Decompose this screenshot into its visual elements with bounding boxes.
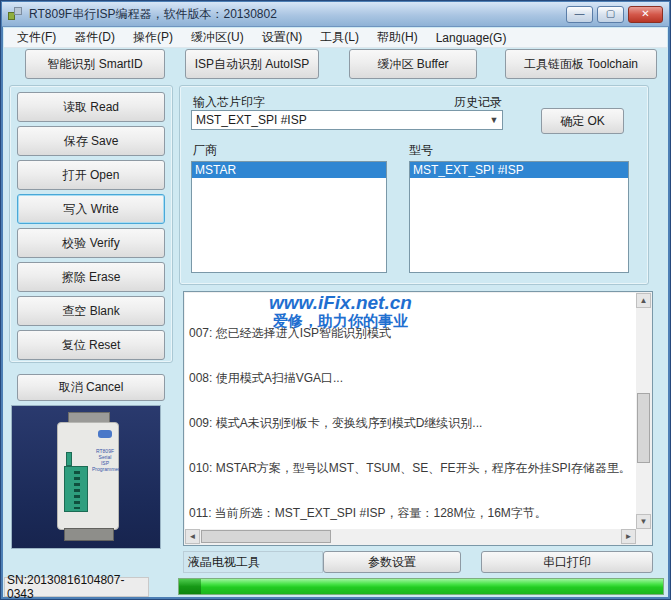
save-button[interactable]: 保存 Save [17,126,165,156]
scroll-left-icon[interactable]: ◄ [185,529,200,544]
app-icon [8,7,23,22]
toolchain-button[interactable]: 工具链面板 Toolchain [505,49,657,79]
open-button[interactable]: 打开 Open [17,160,165,190]
lcd-tv-tools-tab[interactable]: 液晶电视工具 [183,551,323,573]
log-line: 011: 当前所选：MST_EXT_SPI #ISP，容量：128M位，16M字… [189,506,632,521]
app-window: RT809F串行ISP编程器，软件版本：20130802 — ▢ ✕ 文件(F)… [0,0,671,600]
menu-buffer[interactable]: 缓冲区(U) [182,27,253,48]
window-title: RT809F串行ISP编程器，软件版本：20130802 [29,6,277,23]
minimize-icon[interactable]: — [566,6,593,23]
menu-device[interactable]: 器件(D) [65,27,124,48]
log-line: 007: 您已经选择进入ISP智能识别模式 [189,326,632,341]
manufacturer-selected-item[interactable]: MSTAR [192,162,386,178]
title-bar: RT809F串行ISP编程器，软件版本：20130802 — ▢ ✕ [2,2,669,27]
device-vga-connector-bottom [64,528,114,541]
scroll-up-icon[interactable]: ▲ [636,293,651,308]
device-logo [98,430,112,438]
log-line: 009: 模式A未识别到板卡，变换线序到模式D继续识别... [189,416,632,431]
close-icon[interactable]: ✕ [628,6,663,23]
maximize-icon[interactable]: ▢ [597,6,624,23]
vertical-scrollbar[interactable]: ▲ ▼ [636,293,651,529]
autoisp-button[interactable]: ISP自动识别 AutoISP [185,49,319,79]
model-selected-item[interactable]: MST_EXT_SPI #ISP [410,162,628,178]
serial-number-field: SN:20130816104807-0343 [4,577,149,597]
param-settings-button[interactable]: 参数设置 [323,551,461,573]
menu-language[interactable]: Language(G) [427,29,516,47]
vertical-scroll-thumb[interactable] [637,393,650,463]
smartid-button[interactable]: 智能识别 SmartID [25,49,165,79]
menu-operation[interactable]: 操作(P) [124,27,182,48]
read-button[interactable]: 读取 Read [17,92,165,122]
manufacturer-label: 厂商 [193,142,217,159]
device-zif-lever [66,452,72,466]
device-label: RT809F Serial ISP Programmer [92,448,118,472]
chip-input-value: MST_EXT_SPI #ISP [196,113,307,127]
progress-bar [178,578,664,595]
blank-button[interactable]: 查空 Blank [17,296,165,326]
scroll-down-icon[interactable]: ▼ [636,514,651,529]
log-line: 008: 使用模式A扫描VGA口... [189,371,632,386]
chevron-down-icon[interactable]: ▼ [486,111,502,129]
log-line: 010: MSTAR方案，型号以MST、TSUM、SE、FE开头，程序在外挂SP… [189,461,632,476]
chip-input-label: 输入芯片印字 [193,94,265,111]
verify-button[interactable]: 校验 Verify [17,228,165,258]
buffer-button[interactable]: 缓冲区 Buffer [349,49,477,79]
horizontal-scroll-thumb[interactable] [201,530,331,543]
menu-file[interactable]: 文件(F) [8,27,65,48]
serial-print-button[interactable]: 串口打印 [481,551,653,573]
manufacturer-listbox[interactable]: MSTAR [191,161,387,273]
menu-bar: 文件(F) 器件(D) 操作(P) 缓冲区(U) 设置(N) 工具(L) 帮助(… [4,28,667,48]
menu-help[interactable]: 帮助(H) [368,27,427,48]
cancel-button[interactable]: 取消 Cancel [17,374,165,401]
device-photo: RT809F Serial ISP Programmer [11,405,161,549]
reset-button[interactable]: 复位 Reset [17,330,165,360]
erase-button[interactable]: 擦除 Erase [17,262,165,292]
scroll-right-icon[interactable]: ► [621,529,636,544]
chip-input-combo[interactable]: MST_EXT_SPI #ISP ▼ [191,110,503,130]
write-button[interactable]: 写入 Write [17,194,165,224]
history-label: 历史记录 [454,94,502,111]
horizontal-scrollbar[interactable]: ◄ ► [185,529,636,544]
log-panel: 007: 您已经选择进入ISP智能识别模式 008: 使用模式A扫描VGA口..… [183,291,653,546]
menu-settings[interactable]: 设置(N) [253,27,312,48]
model-listbox[interactable]: MST_EXT_SPI #ISP [409,161,629,273]
ok-button[interactable]: 确定 OK [541,108,624,134]
log-content: 007: 您已经选择进入ISP智能识别模式 008: 使用模式A扫描VGA口..… [185,293,636,529]
menu-tools[interactable]: 工具(L) [311,27,368,48]
device-zif-socket [64,466,88,512]
model-label: 型号 [409,142,433,159]
